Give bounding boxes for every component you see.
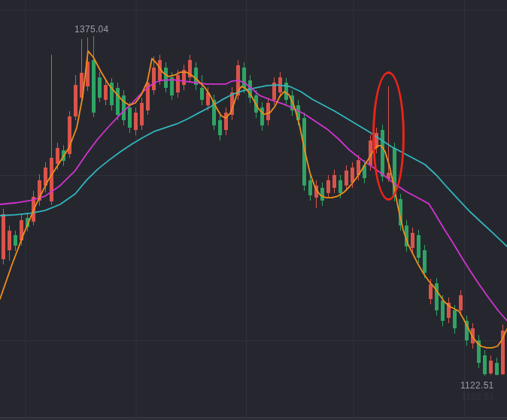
trading-chart-window: { "chart_data": { "type": "candlestick",… [0, 0, 507, 420]
candlestick-chart-canvas[interactable] [0, 0, 507, 420]
window-bottom-edge [0, 417, 507, 420]
annotation-ellipse[interactable] [372, 71, 405, 201]
